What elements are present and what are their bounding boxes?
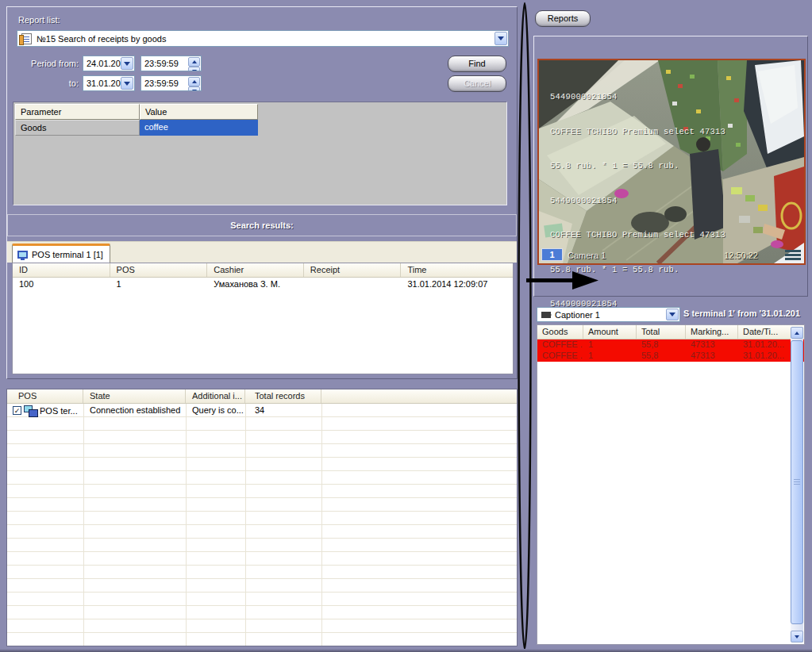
parameter-table: Parameter Value Goods coffee	[13, 102, 507, 205]
cell-goods: COFFEE ...	[537, 351, 583, 362]
time-from-field[interactable]: 23:59:59	[140, 56, 202, 71]
table-row[interactable]: COFFEE ... 1 55,8 47313 31.01.20...	[537, 351, 804, 362]
cell-cashier: Умаханова З. М.	[207, 278, 304, 291]
column-header-marking[interactable]: Marking...	[686, 325, 738, 339]
report-combo-dropdown-button[interactable]	[495, 32, 507, 45]
pos-intellect-window: Report list: №15 Search of receipts by g…	[0, 0, 812, 652]
time-to-value: 23:59:59	[141, 79, 179, 88]
goods-caption-table: Goods Amount Total Marking... Date/Ti...…	[537, 324, 805, 645]
spin-up-button[interactable]	[188, 77, 200, 86]
captioner-camera-icon	[541, 312, 551, 318]
reports-button[interactable]: Reports	[535, 10, 591, 27]
chevron-down-icon	[498, 36, 504, 44]
tab-label: POS terminal 1 [1]	[32, 250, 103, 259]
spin-down-button[interactable]	[188, 86, 200, 91]
arrow-up-icon	[192, 58, 197, 63]
column-header-total-records[interactable]: Total records	[245, 389, 321, 403]
captioner-combobox[interactable]: Captioner 1	[537, 307, 680, 322]
cell-goods: COFFEE ...	[537, 339, 583, 351]
cell-additional-info: Query is co...	[186, 404, 245, 417]
cell-pos: 1	[110, 278, 208, 291]
spin-up-button[interactable]	[188, 57, 200, 67]
date-from-field[interactable]: 24.01.2014	[83, 56, 135, 71]
camera-monitor-panel: 5449000021854 COFFEE TCHIBO Premium sele…	[533, 36, 808, 297]
column-header-amount[interactable]: Amount	[583, 325, 637, 339]
arrow-down-icon	[192, 70, 197, 71]
time-from-spinner[interactable]	[188, 57, 200, 70]
cell-date-time: 31.01.20...	[738, 339, 791, 351]
goods-scrollbar[interactable]	[791, 327, 803, 642]
period-to-label: to:	[7, 79, 79, 88]
camera-name-label: Camera 1	[568, 251, 606, 260]
report-icon	[21, 33, 32, 44]
cell-state: Connection established	[83, 404, 186, 417]
camera-number-badge[interactable]: 1	[541, 248, 563, 261]
pos-terminal-icon	[17, 251, 28, 259]
cell-date-time: 31.01.20...	[738, 351, 791, 362]
column-header-goods[interactable]: Goods	[537, 325, 583, 339]
tab-pos-terminal-1[interactable]: POS terminal 1 [1]	[12, 244, 110, 263]
cell-total: 55,8	[637, 339, 686, 351]
date-from-dropdown-button[interactable]	[121, 57, 133, 70]
pos-terminal-name: POS ter...	[40, 405, 78, 417]
camera-menu-icon[interactable]	[785, 250, 801, 260]
column-header-empty	[321, 389, 517, 403]
terminal-tab-strip: POS terminal 1 [1]	[7, 241, 517, 263]
cell-amount: 1	[583, 351, 637, 362]
cell-amount: 1	[583, 339, 637, 351]
arrow-up-icon	[795, 329, 799, 335]
cell-marking: 47313	[686, 339, 738, 351]
camera-timestamp: 12:50:22	[724, 251, 758, 260]
report-combo-value: №15 Search of receipts by goods	[37, 33, 166, 44]
date-to-field[interactable]: 31.01.2014	[83, 75, 135, 91]
arrow-up-icon	[192, 78, 197, 83]
table-row[interactable]: COFFEE ... 1 55,8 47313 31.01.20...	[537, 339, 804, 351]
chevron-down-icon	[669, 313, 675, 320]
parameter-cell[interactable]: Goods	[15, 120, 140, 136]
column-header-time[interactable]: Time	[401, 263, 513, 277]
captioner-combo-value: Captioner 1	[555, 310, 600, 320]
arrow-down-icon	[795, 635, 799, 641]
cell-pos: ✓ POS ter...	[7, 404, 83, 417]
table-row[interactable]: ✓ POS ter... Connection established Quer…	[7, 404, 517, 417]
column-header-pos[interactable]: POS	[110, 263, 208, 277]
pos-status-panel: POS State Additional i... Total records …	[6, 389, 518, 646]
status-table-header: POS State Additional i... Total records	[7, 389, 517, 404]
parameter-value-cell[interactable]: coffee	[140, 120, 258, 136]
cell-id: 100	[13, 278, 110, 291]
cancel-button[interactable]: Cancel	[448, 75, 506, 92]
divider-ellipse-annotation	[516, 1, 533, 651]
captioner-dropdown-button[interactable]	[666, 309, 679, 320]
cell-total-records: 34	[245, 404, 321, 417]
flow-arrow-annotation	[525, 270, 601, 290]
report-list-combobox[interactable]: №15 Search of receipts by goods	[17, 30, 509, 47]
date-to-dropdown-button[interactable]	[121, 77, 133, 90]
receipts-results-table: ID POS Cashier Receipt Time 100 1 Умахан…	[12, 263, 514, 374]
value-column-header[interactable]: Value	[140, 104, 258, 120]
time-to-spinner[interactable]	[188, 77, 200, 90]
parameter-column-header[interactable]: Parameter	[15, 104, 140, 120]
column-header-id[interactable]: ID	[13, 263, 110, 277]
cell-total: 55,8	[637, 351, 686, 362]
column-header-total[interactable]: Total	[637, 325, 686, 339]
column-header-cashier[interactable]: Cashier	[207, 263, 304, 277]
camera-video-view[interactable]: 5449000021854 COFFEE TCHIBO Premium sele…	[537, 59, 806, 265]
spin-down-button[interactable]	[188, 67, 200, 71]
receipt-search-panel: Report list: №15 Search of receipts by g…	[6, 6, 518, 379]
cell-receipt	[304, 278, 402, 291]
find-button[interactable]: Find	[448, 56, 506, 72]
column-header-state[interactable]: State	[83, 389, 186, 403]
column-header-additional[interactable]: Additional i...	[186, 389, 245, 403]
table-row[interactable]: 100 1 Умаханова З. М. 31.01.2014 12:09:0…	[13, 278, 513, 291]
column-header-date-time[interactable]: Date/Ti...	[738, 325, 791, 339]
column-header-receipt[interactable]: Receipt	[304, 263, 402, 277]
scrollbar-thumb[interactable]	[791, 340, 803, 624]
scroll-up-button[interactable]	[791, 327, 803, 339]
search-results-heading: Search results:	[7, 214, 517, 236]
scroll-down-button[interactable]	[791, 631, 803, 642]
chevron-down-icon	[124, 62, 130, 69]
status-table-body: ✓ POS ter... Connection established Quer…	[7, 404, 517, 646]
time-to-field[interactable]: 23:59:59	[140, 75, 202, 91]
column-header-pos[interactable]: POS	[7, 389, 83, 403]
pos-terminal-checkbox[interactable]: ✓	[13, 406, 21, 415]
